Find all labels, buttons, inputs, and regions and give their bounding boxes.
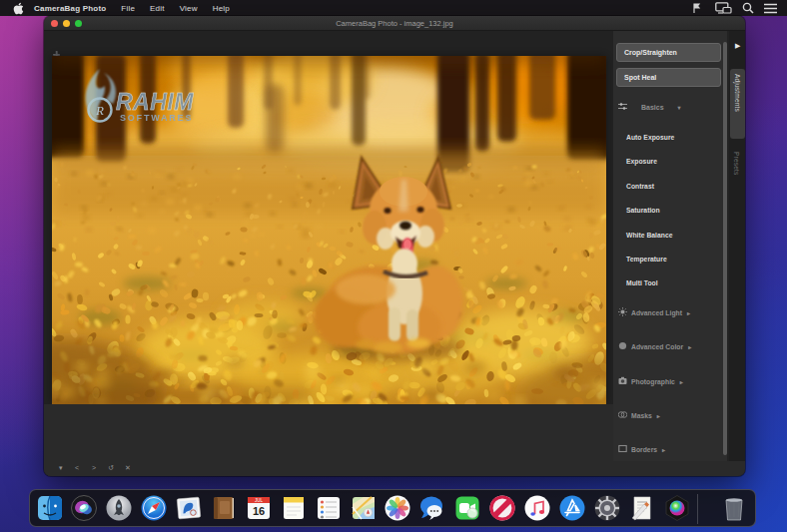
svg-text:16: 16	[253, 505, 265, 517]
svg-text:R: R	[95, 103, 104, 118]
svg-text:SOFTWARES: SOFTWARES	[120, 113, 193, 123]
svg-text:JUL: JUL	[255, 498, 263, 503]
svg-text:RAHIM: RAHIM	[116, 89, 194, 115]
